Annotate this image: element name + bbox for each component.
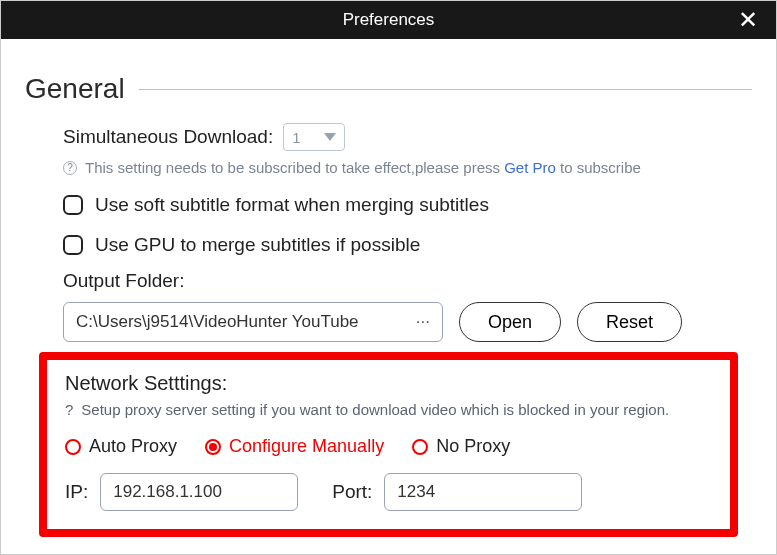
title-bar: Preferences ✕	[1, 1, 776, 39]
section-divider	[139, 89, 752, 90]
simultaneous-download-row: Simultaneous Download: 1	[63, 123, 752, 151]
output-folder-section: Output Folder: C:\Users\j9514\VideoHunte…	[63, 270, 752, 342]
get-pro-link[interactable]: Get Pro	[504, 159, 556, 176]
reset-folder-button[interactable]: Reset	[577, 302, 682, 342]
general-section-header: General	[25, 73, 752, 105]
radio-icon	[205, 439, 221, 455]
soft-subtitle-row: Use soft subtitle format when merging su…	[63, 194, 752, 216]
gpu-subtitle-row: Use GPU to merge subtitles if possible	[63, 234, 752, 256]
no-proxy-radio[interactable]: No Proxy	[412, 436, 510, 457]
output-folder-path-box: C:\Users\j9514\VideoHunter YouTube ···	[63, 302, 443, 342]
proxy-mode-radio-group: Auto Proxy Configure Manually No Proxy	[65, 436, 712, 457]
network-settings-section: Network Setttings: ? Setup proxy server …	[39, 352, 738, 537]
general-heading: General	[25, 73, 125, 105]
auto-proxy-radio[interactable]: Auto Proxy	[65, 436, 177, 457]
output-folder-path: C:\Users\j9514\VideoHunter YouTube	[76, 312, 408, 332]
simultaneous-download-hint: ? This setting needs to be subscribed to…	[63, 159, 752, 176]
network-settings-hint: ? Setup proxy server setting if you want…	[65, 401, 712, 418]
port-input[interactable]	[384, 473, 582, 511]
proxy-ip-port-row: IP: Port:	[65, 473, 712, 511]
help-icon[interactable]: ?	[65, 401, 73, 418]
no-proxy-label: No Proxy	[436, 436, 510, 457]
browse-folder-button[interactable]: ···	[408, 312, 430, 332]
radio-icon	[412, 439, 428, 455]
soft-subtitle-checkbox[interactable]	[63, 195, 83, 215]
configure-manually-radio[interactable]: Configure Manually	[205, 436, 384, 457]
output-folder-label: Output Folder:	[63, 270, 752, 292]
open-folder-button[interactable]: Open	[459, 302, 561, 342]
close-icon[interactable]: ✕	[730, 1, 766, 39]
ip-input[interactable]	[100, 473, 298, 511]
preferences-window: Preferences ✕ General Simultaneous Downl…	[0, 0, 777, 555]
simultaneous-download-select[interactable]: 1	[283, 123, 345, 151]
gpu-subtitle-label: Use GPU to merge subtitles if possible	[95, 234, 420, 256]
configure-manually-label: Configure Manually	[229, 436, 384, 457]
hint-text-prefix: This setting needs to be subscribed to t…	[85, 159, 504, 176]
radio-dot-icon	[209, 443, 217, 451]
ip-label: IP:	[65, 481, 88, 503]
simultaneous-download-label: Simultaneous Download:	[63, 126, 273, 148]
network-hint-text: Setup proxy server setting if you want t…	[81, 401, 669, 418]
simultaneous-download-value: 1	[292, 129, 300, 146]
chevron-down-icon	[324, 133, 336, 141]
gpu-subtitle-checkbox[interactable]	[63, 235, 83, 255]
hint-text-suffix: to subscribe	[560, 159, 641, 176]
port-label: Port:	[332, 481, 372, 503]
radio-icon	[65, 439, 81, 455]
window-title: Preferences	[343, 10, 435, 30]
network-settings-heading: Network Setttings:	[65, 372, 712, 395]
auto-proxy-label: Auto Proxy	[89, 436, 177, 457]
help-icon[interactable]: ?	[63, 161, 77, 175]
soft-subtitle-label: Use soft subtitle format when merging su…	[95, 194, 489, 216]
